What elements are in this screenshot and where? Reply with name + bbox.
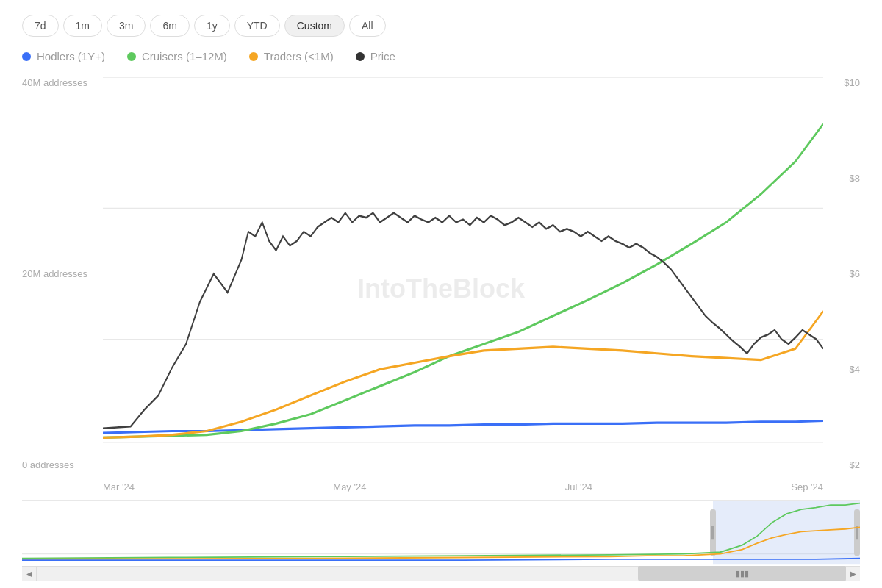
time-range-selector: 7d1m3m6m1yYTDCustomAll — [22, 15, 860, 37]
chart-legend: Hodlers (1Y+) Cruisers (1–12M) Traders (… — [22, 50, 860, 62]
time-btn-custom[interactable]: Custom — [284, 15, 345, 37]
scroll-thumb-handle: ▮▮▮ — [736, 569, 749, 578]
time-btn-all[interactable]: All — [349, 15, 386, 37]
legend-dot-traders — [249, 52, 258, 61]
time-btn-6m[interactable]: 6m — [150, 15, 189, 37]
legend-item-traders: Traders (<1M) — [249, 50, 334, 62]
y-right-2: $2 — [850, 459, 860, 470]
svg-rect-7 — [713, 501, 860, 564]
chart-wrapper: 40M addresses 20M addresses 0 addresses … — [22, 77, 860, 581]
y-label-bot: 0 addresses — [22, 459, 103, 470]
scroll-left-button[interactable]: ◀ — [22, 567, 37, 581]
y-axis-right: $10 $8 $6 $4 $2 — [823, 77, 860, 470]
legend-label-price: Price — [370, 50, 395, 62]
time-btn-1m[interactable]: 1m — [63, 15, 102, 37]
scroll-right-button[interactable]: ▶ — [845, 567, 860, 581]
x-label-jul: Jul '24 — [565, 481, 592, 492]
y-label-top: 40M addresses — [22, 77, 103, 88]
y-label-mid: 20M addresses — [22, 268, 103, 279]
main-chart-svg: $8 $4 — [103, 77, 823, 470]
legend-dot-price — [356, 52, 365, 61]
x-label-mar: Mar '24 — [103, 481, 135, 492]
legend-label-cruisers: Cruisers (1–12M) — [142, 50, 227, 62]
chart-main: 40M addresses 20M addresses 0 addresses … — [22, 77, 860, 500]
x-label-may: May '24 — [333, 481, 366, 492]
time-btn-3m[interactable]: 3m — [107, 15, 146, 37]
legend-item-price: Price — [356, 50, 395, 62]
main-container: 7d1m3m6m1yYTDCustomAll Hodlers (1Y+) Cru… — [0, 0, 882, 588]
legend-label-traders: Traders (<1M) — [264, 50, 334, 62]
legend-dot-hodlers — [22, 52, 31, 61]
time-btn-7d[interactable]: 7d — [22, 15, 59, 37]
x-axis: Mar '24 May '24 Jul '24 Sep '24 — [103, 474, 823, 500]
scroll-track[interactable]: ▮▮▮ — [37, 567, 845, 581]
legend-label-hodlers: Hodlers (1Y+) — [37, 50, 105, 62]
navigator-scrollbar: ◀ ▮▮▮ ▶ — [22, 566, 860, 581]
legend-dot-cruisers — [127, 52, 136, 61]
legend-item-cruisers: Cruisers (1–12M) — [127, 50, 227, 62]
y-right-8: $8 — [850, 173, 860, 184]
y-right-4: $4 — [850, 364, 860, 375]
svg-rect-8 — [710, 509, 716, 556]
navigator: 2020 2022 2024 ◀ ▮▮▮ ▶ — [22, 500, 860, 581]
x-label-sep: Sep '24 — [791, 481, 823, 492]
legend-item-hodlers: Hodlers (1Y+) — [22, 50, 105, 62]
y-right-10: $10 — [844, 77, 860, 88]
y-axis-left: 40M addresses 20M addresses 0 addresses — [22, 77, 103, 470]
svg-rect-9 — [854, 509, 860, 556]
scroll-thumb[interactable]: ▮▮▮ — [638, 566, 846, 581]
time-btn-1y[interactable]: 1y — [194, 15, 230, 37]
time-btn-ytd[interactable]: YTD — [234, 15, 280, 37]
y-right-6: $6 — [850, 268, 860, 279]
